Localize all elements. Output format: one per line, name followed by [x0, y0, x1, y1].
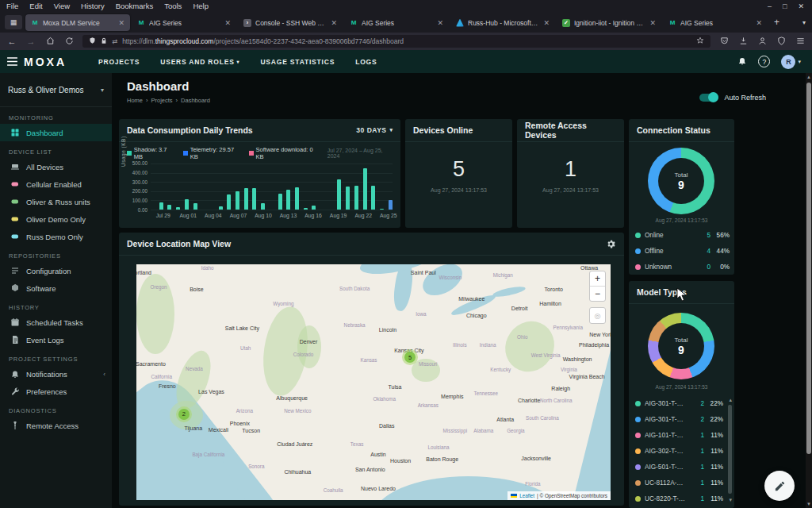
- menu-item-file[interactable]: File: [6, 2, 18, 10]
- tab-close-icon[interactable]: ✕: [117, 19, 124, 27]
- browser-tab[interactable]: ✓Ignition-iiot - Ignition Gateway✕: [557, 14, 661, 31]
- map-locate-button[interactable]: ◎: [589, 307, 606, 324]
- legend-row[interactable]: Online556%: [635, 227, 730, 243]
- sidebar-item-oliver-russ-units[interactable]: Oliver & Russ units: [0, 193, 112, 210]
- sidebar-item-dashboard[interactable]: Dashboard: [0, 124, 112, 141]
- app-menu-icon[interactable]: [795, 34, 806, 48]
- sidebar-item-preferences[interactable]: Preferences: [0, 383, 112, 400]
- window-maximize-button[interactable]: □: [783, 2, 787, 10]
- menu-item-history[interactable]: History: [81, 2, 105, 10]
- tab-close-icon[interactable]: ✕: [329, 19, 337, 27]
- page-scrollbar[interactable]: ▲ ▼: [806, 73, 812, 508]
- map[interactable]: OregonIdahoWyomingSouth DakotaNebraskaIo…: [136, 264, 611, 500]
- avatar[interactable]: R: [781, 55, 795, 69]
- back-button[interactable]: ←: [6, 37, 17, 46]
- map-zoom-in-button[interactable]: +: [590, 271, 605, 287]
- range-selector[interactable]: 30 DAYS: [356, 126, 386, 134]
- map-city-label: Albuquerque: [276, 394, 308, 400]
- browser-tab[interactable]: MAIG Series✕: [663, 14, 768, 31]
- list-tabs-button[interactable]: ▾: [802, 19, 806, 26]
- browser-tab[interactable]: MAIG Series✕: [344, 14, 449, 31]
- scrollbar-down-icon[interactable]: ▼: [806, 502, 812, 506]
- sidebar-item-russ-demo-only[interactable]: Russ Demo Only: [0, 228, 112, 245]
- project-selector[interactable]: Russ & Oliver Demos ▾: [0, 73, 112, 107]
- card-header: Devices Online: [405, 119, 512, 142]
- avatar-caret-icon[interactable]: ▾: [798, 59, 801, 65]
- new-tab-button[interactable]: +: [774, 17, 779, 28]
- sidebar-item-oliver-demo-only[interactable]: Oliver Demo Only: [0, 210, 112, 228]
- breadcrumb-home[interactable]: Home: [127, 97, 143, 104]
- account-icon[interactable]: [756, 34, 768, 48]
- browser-tab[interactable]: MMoxa DLM Service✕: [25, 14, 130, 31]
- chevron-down-icon[interactable]: ▾: [389, 127, 393, 133]
- menu-item-bookmarks[interactable]: Bookmarks: [116, 2, 154, 10]
- sidebar-toggle-icon[interactable]: [0, 57, 24, 66]
- url-bar[interactable]: ⇄ https://dlm.thingsprocloud.com/project…: [82, 35, 710, 48]
- tab-close-icon[interactable]: ✕: [435, 19, 443, 27]
- sidebar-item-scheduled-tasks[interactable]: Scheduled Tasks: [0, 314, 112, 331]
- menu-item-edit[interactable]: Edit: [29, 2, 42, 10]
- tab-close-icon[interactable]: ✕: [223, 19, 231, 27]
- pocket-icon[interactable]: [718, 34, 730, 48]
- legend-row[interactable]: AIG-101-T-…111%: [635, 427, 723, 443]
- sidebar-item-all-devices[interactable]: All Devices: [0, 158, 112, 175]
- menu-item-tools[interactable]: Tools: [164, 2, 182, 10]
- legend-row[interactable]: UC-8220-T-…111%: [635, 491, 723, 506]
- browser-tab[interactable]: Russ-Hub - Microsoft Azure✕: [450, 14, 555, 31]
- scroll-down-icon[interactable]: ▾: [729, 497, 732, 503]
- nav-users-and-roles[interactable]: USERS AND ROLES▾: [160, 58, 239, 66]
- scrollbar-up-icon[interactable]: ▲: [806, 75, 812, 79]
- map-settings-gear-icon[interactable]: [606, 239, 616, 249]
- menu-item-view[interactable]: View: [54, 2, 70, 10]
- browser-tab[interactable]: MAIG Series✕: [132, 14, 236, 31]
- legend-row[interactable]: AIG-501-T-…111%: [635, 459, 723, 475]
- permissions-icon[interactable]: ⇄: [112, 37, 117, 45]
- home-button[interactable]: [44, 37, 56, 47]
- extensions-shield-icon[interactable]: [776, 34, 787, 48]
- legend-row[interactable]: AIG-301-T-…222%: [635, 395, 723, 411]
- map-city-label: Portland: [136, 270, 151, 275]
- tab-close-icon[interactable]: ✕: [754, 19, 762, 27]
- reload-button[interactable]: [63, 37, 75, 47]
- sidebar-item-notifications[interactable]: Notifications‹: [0, 365, 112, 383]
- window-close-button[interactable]: ✕: [798, 2, 804, 10]
- legend-row[interactable]: AIG-301-T-…222%: [635, 411, 723, 427]
- sidebar-item-event-logs[interactable]: Event Logs: [0, 331, 112, 348]
- forward-button[interactable]: →: [25, 37, 36, 46]
- legend-scrollbar[interactable]: [728, 405, 732, 494]
- sidebar-item-software[interactable]: Software: [0, 279, 112, 297]
- scroll-up-icon[interactable]: ▴: [729, 397, 732, 403]
- download-icon[interactable]: [737, 34, 749, 48]
- window-minimize-button[interactable]: –: [768, 2, 772, 10]
- sidebar-item-configuration[interactable]: Configuration: [0, 262, 112, 279]
- help-icon[interactable]: ?: [758, 56, 770, 67]
- legend-row[interactable]: AIG-302-T-…111%: [635, 443, 723, 459]
- map-cluster-marker[interactable]: 5: [402, 349, 418, 365]
- scrollbar-thumb[interactable]: [806, 83, 811, 454]
- menu-item-help[interactable]: Help: [193, 2, 209, 10]
- bookmark-star-icon[interactable]: [696, 37, 704, 46]
- edit-fab-button[interactable]: [764, 471, 795, 501]
- tab-close-icon[interactable]: ✕: [648, 19, 656, 27]
- nav-logs[interactable]: LOGS: [355, 58, 377, 66]
- firefox-view-icon[interactable]: ▦: [5, 15, 22, 29]
- sidebar-item-cellular-enabled[interactable]: Cellular Enabled: [0, 175, 112, 193]
- tab-close-icon[interactable]: ✕: [542, 19, 550, 27]
- leaflet-link[interactable]: Leaflet: [519, 493, 534, 498]
- browser-tab[interactable]: ›Console - SSH Web Console✕: [238, 14, 343, 31]
- lock-icon[interactable]: [101, 37, 107, 46]
- sidebar-item-remote-access[interactable]: Remote Access: [0, 417, 112, 434]
- auto-refresh-toggle[interactable]: [699, 94, 718, 102]
- notifications-bell-icon[interactable]: [737, 55, 747, 69]
- legend-row[interactable]: Unknown00%: [635, 259, 730, 275]
- moxa-logo[interactable]: MOXA: [24, 56, 67, 68]
- legend-row[interactable]: UC-8112A-…111%: [635, 475, 723, 491]
- legend-row[interactable]: Offline444%: [635, 243, 730, 259]
- nav-usage-statistics[interactable]: USAGE STATISTICS: [260, 58, 335, 66]
- breadcrumb-projects[interactable]: Projects: [151, 97, 173, 104]
- legend-row-pct: 11%: [704, 448, 723, 455]
- shield-icon[interactable]: [89, 37, 96, 46]
- nav-projects[interactable]: PROJECTS: [98, 58, 140, 66]
- map-cluster-marker[interactable]: 2: [176, 406, 192, 422]
- map-zoom-out-button[interactable]: −: [590, 287, 605, 301]
